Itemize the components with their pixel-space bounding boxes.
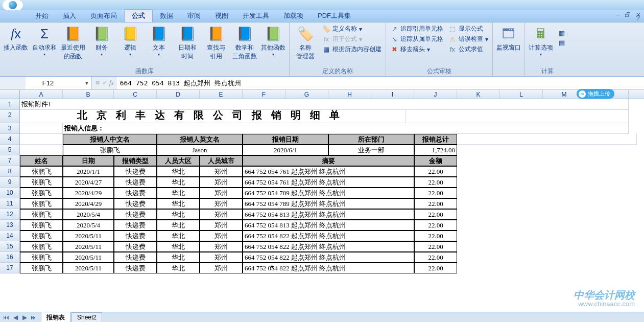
cell[interactable]: 华北 (157, 252, 200, 263)
cell[interactable]: 22.00 (414, 220, 457, 231)
row-header-13[interactable]: 13 (0, 220, 20, 231)
name-box[interactable] (28, 79, 68, 87)
lookup-button[interactable]: 📙查找与 引用 (202, 24, 230, 62)
row-header-5[interactable]: 5 (0, 145, 20, 155)
text-button[interactable]: 📘文本▾ (145, 24, 173, 58)
cell[interactable]: 姓名 (20, 155, 63, 166)
cell[interactable]: 2020/5/4 (63, 209, 114, 220)
cell[interactable]: 张鹏飞 (20, 231, 63, 241)
tab-pdf[interactable]: PDF工具集 (311, 10, 358, 22)
cell[interactable] (457, 134, 637, 145)
sheet-nav-next[interactable]: ▶ (20, 314, 29, 321)
cell[interactable]: 22.00 (414, 209, 457, 220)
row-header-7[interactable]: 7 (0, 155, 20, 166)
tab-home[interactable]: 开始 (28, 10, 56, 22)
upload-badge[interactable]: ∞ 拖拽上传 (577, 89, 614, 99)
cell[interactable]: 张鹏飞 (20, 198, 63, 209)
cell[interactable]: 664 752 054 761 起点郑州 终点杭州 (243, 177, 414, 188)
trace-dependents-button[interactable]: ↘追踪从属单元格 (388, 34, 445, 44)
row-header-1[interactable]: 1 (0, 99, 20, 110)
cell[interactable]: 快递费 (114, 263, 157, 273)
cell[interactable]: 报销附件1 (20, 99, 629, 110)
cell[interactable]: 664 752 054 822 起点郑州 终点杭州 (243, 263, 414, 273)
cell[interactable]: 郑州 (200, 198, 243, 209)
cell[interactable] (20, 123, 63, 134)
col-header-B[interactable]: B (63, 90, 114, 99)
cell[interactable]: 664 752 054 789 起点郑州 终点杭州 (243, 188, 414, 198)
cell[interactable]: 华北 (157, 231, 200, 241)
formula-content[interactable]: 664 752 054 813 起点郑州 终点杭州 (117, 77, 644, 89)
row-header-17[interactable]: 17 (0, 263, 20, 273)
close-button[interactable]: ✕ (636, 11, 641, 18)
name-manager-button[interactable]: 🏷️名称 管理器 (292, 24, 319, 62)
cell[interactable]: 664 752 054 822 起点郑州 终点杭州 (243, 241, 414, 252)
tab-view[interactable]: 视图 (208, 10, 235, 22)
col-header-G[interactable]: G (285, 90, 328, 99)
cell[interactable]: 快递费 (114, 252, 157, 263)
row-header-15[interactable]: 15 (0, 241, 20, 252)
error-check-button[interactable]: ⚠错误检查 ▾ (446, 34, 490, 44)
cell[interactable]: 张鹏飞 (20, 188, 63, 198)
cell[interactable]: 郑州 (200, 188, 243, 198)
math-button[interactable]: 📘数学和 三角函数 (231, 24, 258, 62)
cell[interactable]: 郑州 (200, 252, 243, 263)
cell[interactable]: 张鹏飞 (20, 209, 63, 220)
cell[interactable]: 22.00 (414, 241, 457, 252)
minimize-button[interactable]: – (616, 11, 619, 18)
col-header-A[interactable]: A (20, 90, 63, 99)
cell[interactable]: 2020/4/29 (63, 198, 114, 209)
column-headers[interactable]: ABCDEFGHIJKLMN (20, 90, 644, 99)
col-header-J[interactable]: J (414, 90, 457, 99)
cell[interactable]: 664 752 054 822 起点郑州 终点杭州 (243, 252, 414, 263)
calc-sheet-button[interactable]: ▤ (556, 38, 568, 47)
insert-function-button[interactable]: fx插入函数 (2, 24, 30, 53)
cell[interactable]: 664 752 054 789 起点郑州 终点杭州 (243, 198, 414, 209)
cell[interactable] (20, 145, 63, 155)
cell[interactable]: 郑州 (200, 241, 243, 252)
cell[interactable]: 快递费 (114, 166, 157, 177)
row-header-9[interactable]: 9 (0, 177, 20, 188)
row-header-16[interactable]: 16 (0, 252, 20, 263)
evaluate-formula-button[interactable]: fx公式求值 (446, 44, 490, 54)
financial-button[interactable]: 📗财务▾ (88, 24, 115, 58)
cell[interactable]: 华北 (157, 198, 200, 209)
row-header-8[interactable]: 8 (0, 166, 20, 177)
cell[interactable]: 华北 (157, 263, 200, 273)
cell[interactable]: 郑州 (200, 209, 243, 220)
cell[interactable]: 快递费 (114, 241, 157, 252)
tab-formulas[interactable]: 公式 (124, 9, 153, 22)
tab-addins[interactable]: 加载项 (276, 10, 311, 22)
cell[interactable]: 华北 (157, 166, 200, 177)
cell[interactable]: 2020/5/11 (63, 231, 114, 241)
tab-data[interactable]: 数据 (153, 10, 180, 22)
restore-button[interactable]: 🗗 (625, 11, 631, 18)
cell[interactable]: 张鹏飞 (20, 166, 63, 177)
select-all-button[interactable] (0, 90, 20, 99)
sheet-tab-1[interactable]: 报销表 (41, 312, 70, 323)
cell[interactable]: 快递费 (114, 220, 157, 231)
cell[interactable]: 快递费 (114, 198, 157, 209)
cell[interactable]: 2020/5/11 (63, 263, 114, 273)
cell[interactable]: 快递费 (114, 209, 157, 220)
cell[interactable]: 22.00 (414, 231, 457, 241)
cell[interactable]: 2020/6/1 (243, 145, 328, 155)
cell[interactable]: 664 752 054 822 起点郑州 终点杭州 (243, 231, 414, 241)
cell[interactable]: 报销类型 (114, 155, 157, 166)
col-header-C[interactable]: C (114, 90, 157, 99)
cell[interactable]: 华北 (157, 220, 200, 231)
cell[interactable]: 业务一部 (328, 145, 414, 155)
col-header-H[interactable]: H (328, 90, 371, 99)
remove-arrows-button[interactable]: ✖移去箭头 ▾ (388, 44, 445, 54)
col-header-E[interactable]: E (200, 90, 243, 99)
cell[interactable]: 华北 (157, 209, 200, 220)
cell[interactable]: 报销日期 (243, 134, 328, 145)
sheet-tab-2[interactable]: Sheet2 (71, 312, 102, 322)
cell[interactable]: 郑州 (200, 220, 243, 231)
cell[interactable]: 张鹏飞 (20, 263, 63, 273)
watch-window-button[interactable]: 🗔监视窗口 (495, 24, 522, 53)
cell[interactable]: 22.00 (414, 188, 457, 198)
col-header-K[interactable]: K (457, 90, 500, 99)
cell[interactable]: 人员大区 (157, 155, 200, 166)
cell[interactable]: 22.00 (414, 166, 457, 177)
cell[interactable]: 22.00 (414, 198, 457, 209)
